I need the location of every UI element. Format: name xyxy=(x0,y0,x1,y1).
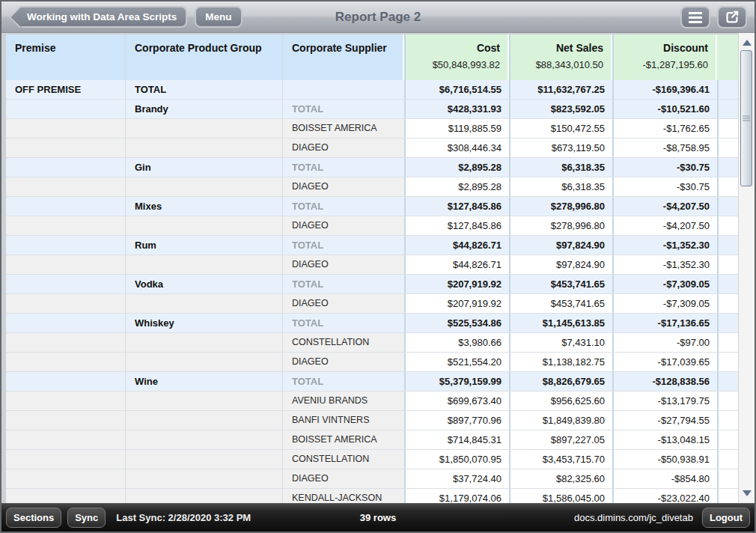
cell-net_sales: $150,472.55 xyxy=(509,119,612,138)
cell-premise xyxy=(6,469,126,488)
cell-discount: -$30.75 xyxy=(612,158,717,177)
back-button-label: Working with Data Area Scripts xyxy=(27,11,177,22)
table-row[interactable]: RumTOTAL$44,826.71$97,824.90-$1,352.30 xyxy=(6,236,738,255)
logout-button[interactable]: Logout xyxy=(702,508,750,528)
cell-premise xyxy=(6,158,126,177)
menu-button-label: Menu xyxy=(205,11,231,22)
cell-filler xyxy=(717,100,738,118)
cell-discount: -$854.80 xyxy=(612,469,717,488)
cell-discount: -$7,309.05 xyxy=(612,275,717,293)
cell-filler xyxy=(717,372,738,391)
cell-supplier: CONSTELLATION xyxy=(283,450,404,469)
vertical-scrollbar[interactable] xyxy=(738,33,755,503)
cell-supplier: DIAGEO xyxy=(283,177,404,196)
table-row[interactable]: BrandyTOTAL$428,331.93$823,592.05-$10,52… xyxy=(6,100,738,119)
cell-cost: $3,980.66 xyxy=(404,333,509,352)
table-row[interactable]: DIAGEO$127,845.86$278,996.80-$4,207.50 xyxy=(6,216,738,236)
grand-total-cost: $50,848,993.82 xyxy=(415,54,500,70)
cell-supplier: TOTAL xyxy=(283,158,404,177)
column-header-discount: Discount -$1,287,195.60 xyxy=(612,34,717,80)
cell-premise xyxy=(6,411,126,430)
cell-group xyxy=(126,392,283,410)
scroll-down-button[interactable] xyxy=(739,487,755,500)
scroll-up-button[interactable] xyxy=(739,36,755,49)
table-row[interactable]: DIAGEO$308,446.34$673,119.50-$8,758.95 xyxy=(6,138,738,158)
table-row[interactable]: WineTOTAL$5,379,159.99$8,826,679.65-$128… xyxy=(6,372,738,392)
cell-premise xyxy=(6,372,126,391)
cell-cost: $37,724.40 xyxy=(404,469,509,488)
cell-group xyxy=(126,138,283,157)
cell-discount: -$13,179.75 xyxy=(612,392,717,410)
cell-cost: $428,331.93 xyxy=(404,100,509,118)
cell-net_sales: $1,586,045.00 xyxy=(509,489,612,503)
cell-group: Gin xyxy=(126,158,283,177)
back-button[interactable]: Working with Data Area Scripts xyxy=(16,6,187,28)
cell-filler xyxy=(717,294,738,313)
cell-net_sales: $823,592.05 xyxy=(509,100,612,118)
menu-button[interactable]: Menu xyxy=(195,6,242,28)
cell-premise xyxy=(6,119,126,138)
table-row[interactable]: MixesTOTAL$127,845.86$278,996.80-$4,207.… xyxy=(6,197,738,216)
cell-discount: -$13,048.15 xyxy=(612,430,717,449)
cell-cost: $127,845.86 xyxy=(404,216,509,235)
cell-premise xyxy=(6,138,126,157)
table-row[interactable]: BANFI VINTNERS$897,770.96$1,849,839.80-$… xyxy=(6,411,738,430)
table-row[interactable]: DIAGEO$521,554.20$1,138,182.75-$17,039.6… xyxy=(6,353,738,372)
table-row[interactable]: BOISSET AMERICA$714,845.31$897,227.05-$1… xyxy=(6,430,738,450)
cell-net_sales: $11,632,767.25 xyxy=(509,80,612,99)
top-bar: Working with Data Area Scripts Menu Repo… xyxy=(1,1,755,33)
table-row[interactable]: DIAGEO$207,919.92$453,741.65-$7,309.05 xyxy=(6,294,738,314)
cell-net_sales: $1,145,613.85 xyxy=(509,314,612,332)
scrollbar-thumb[interactable] xyxy=(740,50,752,186)
cell-group xyxy=(126,177,283,196)
table-row[interactable]: AVENIU BRANDS$699,673.40$956,625.60-$13,… xyxy=(6,392,738,411)
cell-discount: -$30.75 xyxy=(612,177,717,196)
column-header-product-group: Corporate Product Group xyxy=(126,34,283,80)
table-row[interactable]: DIAGEO$2,895.28$6,318.35-$30.75 xyxy=(6,177,738,197)
cell-discount: -$8,758.95 xyxy=(612,138,717,157)
cell-net_sales: $6,318.35 xyxy=(509,177,612,196)
cell-supplier: DIAGEO xyxy=(283,255,404,274)
cell-net_sales: $453,741.65 xyxy=(509,275,612,293)
cell-cost: $207,919.92 xyxy=(404,294,509,313)
cell-filler xyxy=(717,177,738,196)
list-menu-button[interactable] xyxy=(680,6,710,28)
table-body: OFF PREMISETOTAL$6,716,514.55$11,632,767… xyxy=(6,80,738,503)
table-row[interactable]: DIAGEO$44,826.71$97,824.90-$1,352.30 xyxy=(6,255,738,275)
cell-filler xyxy=(717,80,738,99)
table-row[interactable]: CONSTELLATION$3,980.66$7,431.10-$97.00 xyxy=(6,333,738,353)
table-row[interactable]: KENDALL-JACKSON$1,179,074.06$1,586,045.0… xyxy=(6,489,738,503)
cell-net_sales: $97,824.90 xyxy=(509,236,612,255)
table-row[interactable]: OFF PREMISETOTAL$6,716,514.55$11,632,767… xyxy=(6,80,738,100)
table-row[interactable]: BOISSET AMERICA$119,885.59$150,472.55-$1… xyxy=(6,119,738,138)
cell-filler xyxy=(717,353,738,371)
cell-filler xyxy=(717,314,738,332)
topbar-actions xyxy=(680,6,747,28)
cell-filler xyxy=(717,119,738,138)
cell-group xyxy=(126,333,283,352)
cell-filler xyxy=(717,197,738,216)
sections-button[interactable]: Sections xyxy=(6,508,61,528)
cell-supplier: KENDALL-JACKSON xyxy=(283,489,404,503)
cell-premise xyxy=(6,392,126,410)
table-row[interactable]: GinTOTAL$2,895.28$6,318.35-$30.75 xyxy=(6,158,738,177)
cell-discount: -$1,352.30 xyxy=(612,255,717,274)
cell-cost: $521,554.20 xyxy=(404,353,509,371)
cell-discount: -$17,039.65 xyxy=(612,353,717,371)
header-filler xyxy=(717,34,738,80)
cell-filler xyxy=(717,138,738,157)
cell-discount: -$1,352.30 xyxy=(612,236,717,255)
cell-net_sales: $453,741.65 xyxy=(509,294,612,313)
table-row[interactable]: DIAGEO$37,724.40$82,325.60-$854.80 xyxy=(6,469,738,489)
cell-group: Rum xyxy=(126,236,283,255)
export-button[interactable] xyxy=(717,6,747,28)
cell-discount: -$27,794.55 xyxy=(612,411,717,430)
table-row[interactable]: VodkaTOTAL$207,919.92$453,741.65-$7,309.… xyxy=(6,275,738,294)
thumb-grip-icon xyxy=(743,116,750,121)
cell-discount: -$17,136.65 xyxy=(612,314,717,332)
table-row[interactable]: CONSTELLATION$1,850,070.95$3,453,715.70-… xyxy=(6,450,738,469)
sync-button[interactable]: Sync xyxy=(67,508,106,528)
cell-discount: -$4,207.50 xyxy=(612,216,717,235)
table-row[interactable]: WhiskeyTOTAL$525,534.86$1,145,613.85-$17… xyxy=(6,314,738,333)
cell-supplier: TOTAL xyxy=(283,372,404,391)
